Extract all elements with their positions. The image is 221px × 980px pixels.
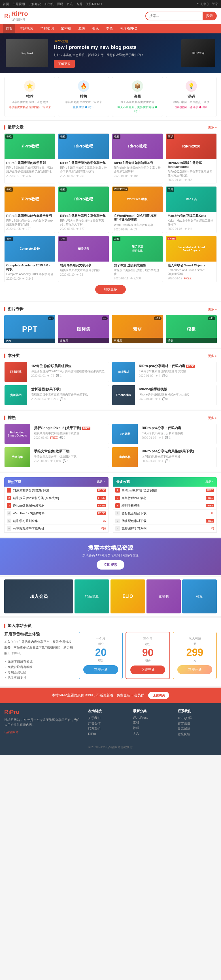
list-item[interactable]: 职员训练 1/2每位'你的'职员训练职位 你是否想使用WordPress分类系统… bbox=[4, 362, 109, 382]
mainnav-points[interactable]: 加密积 bbox=[58, 24, 74, 33]
random-more[interactable]: 更多 » bbox=[208, 416, 217, 420]
load-more-button[interactable]: 加载更多 bbox=[95, 285, 126, 294]
gallery-item-4[interactable]: 素材包 bbox=[146, 579, 181, 613]
list-item[interactable]: 1 高清psd素材包 [全套完整] FREE bbox=[113, 487, 217, 494]
albums-grid: PPT +3 PPT 图标集 +9 图标集 素材 +11 素材集 模板 +11 … bbox=[4, 315, 217, 344]
mainnav-news[interactable]: 资讯 bbox=[89, 24, 102, 33]
latest-posts-more[interactable]: 更多 » bbox=[208, 125, 217, 129]
list-item[interactable]: 电商风格 RiPro.ps4分享电商风格[效果下载] ps4电商风格效果下载分享… bbox=[112, 447, 217, 467]
hot-right-more[interactable]: 更多 » bbox=[205, 479, 213, 484]
footer-link-feedback[interactable]: 意见反馈 bbox=[178, 732, 217, 736]
big-banner: 搜索本站精品资源 加入会员！即可免费无限制下载所有资源 立即搜索 bbox=[0, 538, 221, 575]
sub-cats-more[interactable]: 更多 » bbox=[208, 354, 217, 358]
table-row[interactable]: RiPro2020 新版 RiPro2020新版主题分享fontsawesome… bbox=[166, 133, 217, 184]
membership-subtitle: 开启尊贵特权之体验 bbox=[4, 632, 73, 637]
gallery-item-2[interactable]: 精品资源 bbox=[75, 579, 109, 613]
table-row[interactable]: Mac工具 工具 Mac上独有的正版工具Keka Keka - Mac上非常好用… bbox=[166, 186, 217, 233]
post-title: 嵌入和联动 Smart Objects bbox=[168, 263, 215, 267]
list-item[interactable]: ps4素材 RiPro.ps4分享素材：代码内容 FREE ps4分享对象素材说… bbox=[112, 362, 217, 382]
list-item[interactable]: ps4素材 RiPro.ps4分享：代码内容 ps4分享代码内容，分析素材数据 … bbox=[112, 424, 217, 444]
big-banner-search-btn[interactable]: 立即搜索 bbox=[97, 560, 124, 570]
random-desc-3: 手绘合集文章分享，优质图片下载 bbox=[34, 455, 107, 458]
post-title: 知了课堂 进阶实战销售 bbox=[114, 263, 161, 267]
table-row[interactable]: 精美词条 分享 精美词条知识文章分享 精美词条知识文章系统分享内容 2020-0… bbox=[58, 236, 109, 283]
footer-link-tools[interactable]: 工具 bbox=[133, 731, 172, 735]
mainnav-home[interactable]: 首页 bbox=[3, 24, 15, 33]
footer-link-about[interactable]: 关于我们 bbox=[88, 716, 127, 720]
mainnav-knowledge[interactable]: 了解知识 bbox=[37, 24, 57, 33]
list-item[interactable]: EmbeddedSmart Objects 赏析Google Pixel 2 [… bbox=[4, 424, 109, 444]
list-item[interactable]: 素材 +11 素材集 bbox=[112, 315, 163, 344]
gallery-item-3[interactable]: ELIO bbox=[110, 579, 145, 613]
nav-points[interactable]: 加密积 bbox=[44, 2, 54, 6]
table-row[interactable]: RiPro教程 教程 RiPro主题国庆功能合集教学技巧 RiPro主题功能合集… bbox=[4, 186, 55, 233]
footer-link-ads[interactable]: 广告合作 bbox=[88, 721, 127, 725]
list-item[interactable]: 5 优质配色素材下载 FREE bbox=[113, 517, 217, 525]
list-item[interactable]: 2 完整教程PDF素材 FREE bbox=[113, 494, 217, 502]
list-item[interactable]: 图标集 +9 图标集 bbox=[58, 315, 109, 344]
table-row[interactable]: RiPro教程 教程 RiPro主题知道如何知道加密 RiPro如何知道我的教学… bbox=[112, 133, 163, 184]
logo: Ri RiPro 玩转图网站 bbox=[4, 10, 28, 22]
hero-btn[interactable]: 了解更多 bbox=[54, 60, 75, 68]
list-item[interactable]: 6 完整课程学习系列 ¥8 bbox=[113, 525, 217, 533]
table-row[interactable]: 知了课堂 进阶实战 课程 知了课堂 进阶实战销售 掌握创作更多知识技能，助力学习… bbox=[112, 236, 163, 283]
nav-news[interactable]: 资讯 bbox=[67, 2, 73, 6]
footer-link-email[interactable]: 联系邮箱 bbox=[178, 727, 217, 731]
nav-knowledge[interactable]: 了解知识 bbox=[28, 2, 41, 6]
hot-ritem-title-6: 完整课程学习系列 bbox=[122, 527, 210, 531]
membership-section: 加入本站会员 开启尊贵特权之体验 加入RiPro主题优质内容分享平台，获取专属特… bbox=[0, 618, 221, 686]
table-row[interactable]: Complete 2019 课程 Complete Academy 2019 4… bbox=[4, 236, 55, 283]
list-item[interactable]: 模板 +11 模板 bbox=[166, 315, 217, 344]
table-row[interactable]: RiPro教程 教程 RiPro主题国庆我的教学系列 RiPro主题创作的教程系… bbox=[4, 133, 55, 184]
nav-themes[interactable]: 主题视频 bbox=[13, 2, 25, 6]
nav-ripro[interactable]: 关注RiPRO bbox=[86, 2, 102, 6]
search-button[interactable]: 搜索 bbox=[203, 12, 216, 20]
post-desc: Embedded and Linked Smart Objects详解 bbox=[168, 268, 215, 276]
lifetime-btn[interactable]: 立即开通 bbox=[177, 665, 212, 674]
site-badge: 玩富图网站 bbox=[4, 730, 82, 734]
quarterly-btn[interactable]: 立即开通 bbox=[130, 665, 165, 674]
table-row[interactable]: WordPress模板 WordPress 在WordPress中怎么利用"模板… bbox=[112, 186, 163, 233]
list-item[interactable]: 5 精彩学习系列全集 ¥5 bbox=[5, 517, 108, 525]
footer-link-tutorial[interactable]: 教程 bbox=[133, 726, 172, 730]
list-item[interactable]: 3 iPhone效果图效果素材 FREE bbox=[5, 502, 108, 509]
list-item[interactable]: 4 iPad Pro 12.9效果材料 FREE bbox=[5, 509, 108, 517]
footer-col-3: 联系我们 官方QQ群 官方微信 联系邮箱 意见反馈 bbox=[178, 709, 217, 737]
footer-link-contact[interactable]: 联系我们 bbox=[88, 727, 127, 731]
gallery-item-5[interactable]: 模板 bbox=[182, 579, 217, 613]
nav-home[interactable]: 首页 bbox=[3, 2, 9, 6]
user-center-link[interactable]: 个人中心 bbox=[197, 2, 209, 6]
list-item[interactable]: PPT +3 PPT bbox=[4, 315, 55, 344]
mainnav-about[interactable]: 关注RiPRO bbox=[117, 24, 140, 33]
footer-link-wp[interactable]: WordPress bbox=[133, 716, 172, 719]
monthly-btn[interactable]: 立即开通 bbox=[83, 665, 118, 674]
list-item[interactable]: 4 图标集合精品下载 ¥5 bbox=[113, 509, 217, 517]
table-row[interactable]: Embedded and LinkedSmart Objects FREE 嵌入… bbox=[166, 236, 217, 283]
footer-link-material[interactable]: 素材 bbox=[133, 721, 172, 725]
mainnav-themes[interactable]: 主题视频 bbox=[17, 24, 36, 33]
table-row[interactable]: RiPro教程 教程 RiPro主题教学系列文章分享合集 RiPro强大主题合集… bbox=[58, 186, 109, 233]
mainnav-special[interactable]: 专题 bbox=[103, 24, 115, 33]
nav-source[interactable]: 源码 bbox=[57, 2, 63, 6]
list-item[interactable]: 手绘合集 手绘文章合集[效果下载] 手绘合集文章分享，优质图片下载 2020-0… bbox=[4, 447, 109, 467]
hot-left-more[interactable]: 更多 » bbox=[97, 479, 105, 484]
hot-item-title-4: iPad Pro 12.9效果材料 bbox=[13, 511, 97, 515]
login-link[interactable]: 登录 bbox=[212, 2, 218, 6]
footer-link-ripro[interactable]: RiPro bbox=[88, 732, 127, 735]
list-item[interactable]: 1 对象素材的分类[效果下载] FREE bbox=[5, 487, 108, 494]
list-item[interactable]: 赏析视图 赏析视图[效果下载] 在视频类目中赏析更多精彩内容分享效果下载 202… bbox=[4, 385, 109, 406]
table-row[interactable]: RiPro教程 教程 RiPro主题国庆我的教学分享合集 RiPro主题国庆教学… bbox=[58, 133, 109, 184]
search-input[interactable] bbox=[146, 12, 203, 20]
list-item[interactable]: 6 分享教程精华下载教材 ¥10 bbox=[5, 525, 108, 533]
albums-more[interactable]: 更多 » bbox=[208, 307, 217, 311]
sub-cat-title-1: 1/2每位'你的'职员训练职位 bbox=[31, 364, 107, 369]
footer-promo-btn[interactable]: 现在购买 bbox=[148, 692, 169, 699]
footer-link-wechat[interactable]: 官方微信 bbox=[178, 721, 217, 725]
mainnav-source[interactable]: 源码 bbox=[75, 24, 88, 33]
gallery-item-1[interactable]: 加入会员 bbox=[4, 579, 73, 613]
footer-link-qq[interactable]: 官方QQ群 bbox=[178, 716, 217, 720]
list-item[interactable]: 2 精彩效果 psd素材分类 [全套完整] FREE bbox=[5, 494, 108, 502]
nav-special[interactable]: 专题 bbox=[76, 2, 82, 6]
list-item[interactable]: iPhone模板 iPhone的手机模板 iPhone的手机模型素材样式分享ps… bbox=[112, 385, 217, 406]
list-item[interactable]: 3 精彩手机模型 FREE bbox=[113, 502, 217, 509]
